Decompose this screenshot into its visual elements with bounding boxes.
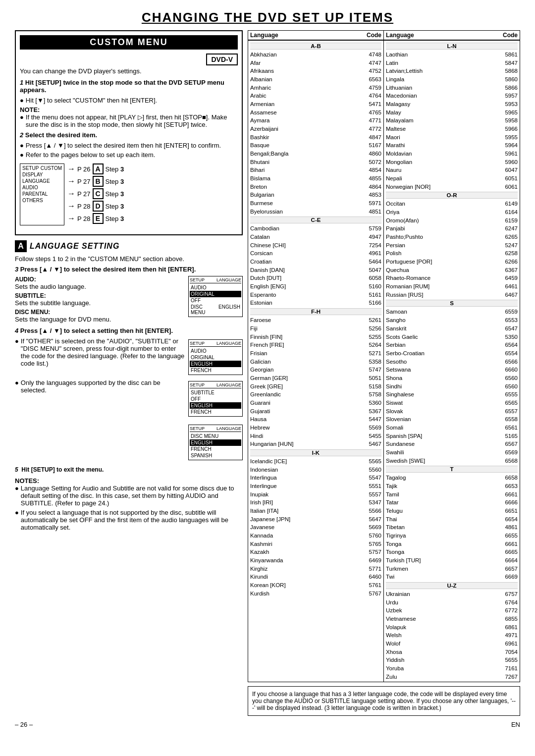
- lang-code: 5551: [362, 482, 381, 490]
- list-item: Maori5955: [386, 133, 518, 142]
- lang-name: Lithuanian: [386, 84, 498, 92]
- lang-code: 4861: [498, 523, 518, 532]
- list-item: Bihari4854: [250, 166, 381, 174]
- lang-code: 5655: [498, 656, 518, 664]
- list-item: Armenian5471: [250, 100, 381, 108]
- lang-code: 6757: [498, 590, 518, 598]
- lang-code: 5847: [498, 59, 518, 67]
- lang-name: Basque: [250, 141, 362, 150]
- lang-name: Bihari: [250, 166, 362, 174]
- page-container: CHANGING THE DVD SET UP ITEMS CUSTOM MEN…: [0, 0, 535, 738]
- disc-french: FRENCH: [190, 446, 241, 452]
- col-left: A-BAbkhazian4748Afar4747Afrikaans4752Alb…: [248, 41, 384, 682]
- lang-code: 7161: [498, 664, 518, 673]
- lang-name: Portuguese [POR]: [386, 258, 498, 266]
- list-item: Oriya6164: [386, 208, 518, 216]
- lang-name: Swahili: [386, 448, 498, 457]
- lang-name: Swedish [SWE]: [386, 457, 498, 465]
- lang-name: Sindhi: [386, 382, 498, 391]
- step-text-c: Step 3: [106, 190, 124, 198]
- list-item: Afrikaans4752: [250, 67, 381, 75]
- lang-code: 5566: [362, 507, 381, 515]
- lang-name: Telugu: [386, 507, 498, 515]
- lang-code: 6660: [498, 366, 518, 374]
- disc-note-text: Only the languages supported by the disc…: [15, 379, 185, 394]
- list-item: Pashto;Pushto6265: [386, 233, 518, 241]
- lang-name: Byelorussian: [250, 208, 362, 216]
- bottom-note: If you choose a language that has a 3 le…: [248, 686, 520, 716]
- lang-name: Samoan: [386, 308, 498, 316]
- lang-code: 5166: [362, 299, 381, 307]
- menu-row-setup: SETUPCUSTOM: [21, 165, 63, 171]
- list-item: Sanskrit6547: [386, 324, 518, 333]
- lang-name: Amharic: [250, 84, 362, 92]
- notes-section: NOTES: Language Setting for Audio and Su…: [15, 477, 243, 531]
- lang-name: Greenlandic: [250, 390, 362, 399]
- lang-name: Croatian: [250, 258, 362, 266]
- list-item: Tsonga6665: [386, 548, 518, 556]
- list-item: Tagalog6658: [386, 474, 518, 482]
- step2-item: 2 Select the desired item.: [20, 131, 238, 139]
- list-item: Burmese5971: [250, 199, 381, 208]
- lang-code: 5866: [498, 84, 518, 92]
- diag-original: ORIGINAL: [190, 291, 241, 297]
- lang-code: 6560: [498, 374, 518, 382]
- arrow-row-d: → P 28 D Step 3: [67, 201, 238, 212]
- list-item: Esperanto5161: [250, 291, 381, 299]
- lang-name: Malayalam: [386, 116, 498, 125]
- list-item: Welsh4971: [386, 631, 518, 640]
- lang-name: Occitan: [386, 200, 498, 208]
- list-item: Scots Gaelic5350: [386, 333, 518, 341]
- list-item: Bengali;Bangla4860: [250, 150, 381, 158]
- list-item: Twi6669: [386, 573, 518, 581]
- section-divider: O-R: [386, 192, 518, 199]
- audio-section: SETUP LANGUAGE AUDIO ORIGINAL OFF DISC M…: [15, 276, 243, 323]
- list-item: Maltese5966: [386, 125, 518, 133]
- lang-code: 5971: [362, 199, 381, 208]
- list-item: Bashkir4847: [250, 133, 381, 142]
- lang-name: Fiji: [250, 324, 362, 333]
- list-item: Sundanese6567: [386, 440, 518, 448]
- letter-box-e: E: [93, 213, 104, 224]
- arrow-row-a: → P 26 A Step 3: [67, 163, 238, 174]
- page-title: CHANGING THE DVD SET UP ITEMS: [15, 10, 520, 25]
- lang-code: 5367: [362, 407, 381, 416]
- lang-name: Cambodian: [250, 224, 362, 233]
- lang-name: Turkmen: [386, 565, 498, 573]
- lang-name: Russian [RUS]: [386, 291, 498, 299]
- list-item: Yoruba7161: [386, 664, 518, 673]
- list-item: Telugu6651: [386, 507, 518, 515]
- lang-code: 5165: [498, 432, 518, 440]
- lang-name: Interlingua: [250, 474, 362, 482]
- lang-name: Polish: [386, 249, 498, 258]
- list-item: Norwegian [NOR]6061: [386, 183, 518, 191]
- lang-name: Kannada: [250, 532, 362, 540]
- diag-english: ENGLISH: [218, 304, 240, 315]
- step4-text: Press [▲ / ▼] to select a setting then h…: [20, 327, 173, 334]
- list-item: Icelandic [ICE]5565: [250, 457, 381, 466]
- list-item: Galician5358: [250, 358, 381, 366]
- list-item: Russian [RUS]6467: [386, 291, 518, 299]
- lang-code: 5360: [362, 399, 381, 407]
- lang-code: 4771: [362, 116, 381, 125]
- list-item: Byelorussian4851: [250, 208, 381, 216]
- sub-english: ENGLISH: [190, 361, 241, 367]
- lang-name: Irish [IRI]: [250, 498, 362, 507]
- lang-name: Javanese: [250, 523, 362, 532]
- arrow-row-b: → P 27 B Step 3: [67, 176, 238, 187]
- list-item: Bulgarian4853: [250, 191, 381, 199]
- lang-code: 6665: [498, 548, 518, 556]
- list-item: Chinese [CHI]7254: [250, 241, 381, 250]
- list-item: Sindhi6560: [386, 382, 518, 391]
- disc-disc-menu: DISC MENU: [190, 433, 241, 439]
- list-item: Greek [GRE]5158: [250, 382, 381, 391]
- list-item: Kirundi6460: [250, 573, 381, 581]
- sub-french: FRENCH: [190, 367, 241, 374]
- list-item: Laothian5861: [386, 51, 518, 59]
- note1-text: If the menu does not appear, hit [PLAY ▷…: [20, 113, 238, 128]
- disc-english: ENGLISH: [190, 439, 241, 446]
- step4-number: 4: [15, 327, 20, 334]
- lang-name: Kirghiz: [250, 565, 362, 573]
- lang-code: 6569: [498, 448, 518, 457]
- lang-name: Bulgarian: [250, 191, 362, 199]
